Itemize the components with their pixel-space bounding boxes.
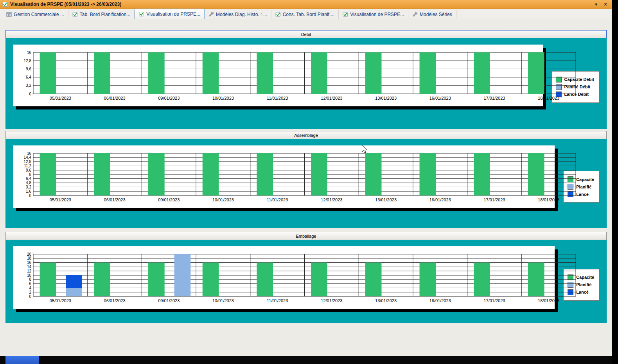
svg-text:14,4: 14,4: [24, 155, 32, 160]
svg-text:11/01/2023: 11/01/2023: [267, 298, 288, 303]
app-grid-icon: [6, 12, 12, 17]
panel-body-emballage: 0246810121416182005/01/202306/01/202309/…: [5, 240, 607, 323]
svg-text:18/01/2023: 18/01/2023: [538, 96, 559, 100]
wrench-icon: [208, 12, 214, 17]
svg-text:9,6: 9,6: [26, 67, 31, 71]
svg-text:18: 18: [27, 256, 32, 260]
svg-text:16: 16: [27, 151, 32, 156]
tab-label: Modèles Séries: [420, 12, 452, 17]
bottom-strip: [0, 356, 612, 364]
panel-body-assemblage: 01,63,24,86,489,611,212,814,41605/01/202…: [5, 139, 607, 228]
svg-text:12/01/2023: 12/01/2023: [321, 197, 342, 202]
svg-text:13/01/2023: 13/01/2023: [375, 96, 397, 100]
svg-text:12,8: 12,8: [24, 59, 32, 63]
tab-label: Modèles Diag. Histo. : ...: [216, 12, 267, 17]
svg-text:8: 8: [29, 172, 31, 177]
tab-6[interactable]: Modèles Séries: [408, 10, 456, 19]
svg-text:17/01/2023: 17/01/2023: [483, 298, 505, 303]
svg-text:3,2: 3,2: [26, 185, 31, 189]
tab-label: Cons. Tab. Bord Planif....: [283, 12, 335, 17]
tab-2[interactable]: Visualisation de PRSPE...: [135, 9, 205, 19]
panel-debit: Debit 03,26,49,612,81605/01/202306/01/20…: [5, 30, 607, 129]
svg-text:6,4: 6,4: [26, 75, 31, 79]
svg-text:12,8: 12,8: [24, 160, 32, 164]
svg-text:0: 0: [29, 92, 31, 96]
panel-assemblage: Assemblage 01,63,24,86,489,611,212,814,4…: [5, 131, 607, 228]
svg-text:8: 8: [29, 277, 31, 282]
svg-text:13/01/2023: 13/01/2023: [375, 298, 397, 303]
panel-body-debit: 03,26,49,612,81605/01/202306/01/202309/0…: [5, 38, 607, 129]
window-title: Visualisation de PRSPE (05/01/2023 -> 26…: [10, 2, 590, 7]
green-check-icon: [139, 11, 144, 17]
svg-text:10/01/2023: 10/01/2023: [212, 197, 234, 202]
svg-text:9,6: 9,6: [26, 168, 31, 172]
green-check-icon: [275, 12, 281, 17]
svg-text:05/01/2023: 05/01/2023: [50, 197, 71, 202]
svg-text:11,2: 11,2: [24, 164, 31, 168]
app-icon: [2, 2, 8, 7]
tab-label: Visualisation de PRSPE...: [350, 12, 404, 17]
green-check-icon: [343, 12, 348, 17]
svg-text:0: 0: [29, 194, 31, 198]
svg-text:0: 0: [29, 294, 31, 299]
title-bar[interactable]: Visualisation de PRSPE (05/01/2023 -> 26…: [0, 0, 612, 9]
tab-3[interactable]: Modèles Diag. Histo. : ...: [205, 10, 271, 19]
bottom-blue-panel[interactable]: [5, 356, 39, 364]
svg-text:18/01/2023: 18/01/2023: [538, 298, 559, 303]
tab-label: Tab. Bord Planification...: [80, 12, 130, 17]
svg-text:12/01/2023: 12/01/2023: [321, 298, 342, 303]
svg-text:16/01/2023: 16/01/2023: [429, 197, 451, 202]
svg-text:11/01/2023: 11/01/2023: [267, 197, 288, 202]
green-check-icon: [72, 12, 78, 17]
svg-text:10: 10: [27, 273, 32, 278]
minimize-button[interactable]: ▾: [593, 0, 600, 8]
svg-text:16/01/2023: 16/01/2023: [429, 96, 451, 100]
svg-text:09/01/2023: 09/01/2023: [158, 298, 180, 303]
svg-text:16/01/2023: 16/01/2023: [429, 298, 451, 303]
svg-text:10/01/2023: 10/01/2023: [212, 298, 234, 303]
tab-5[interactable]: Visualisation de PRSPE...: [339, 10, 408, 19]
svg-text:06/01/2023: 06/01/2023: [104, 96, 126, 100]
svg-text:09/01/2023: 09/01/2023: [158, 197, 180, 202]
panel-emballage: Emballage 0246810121416182005/01/202306/…: [5, 232, 607, 323]
svg-text:20: 20: [27, 252, 32, 256]
svg-text:05/01/2023: 05/01/2023: [50, 298, 71, 303]
emballage-chart-wrap: 0246810121416182005/01/202306/01/202309/…: [13, 246, 555, 309]
svg-text:06/01/2023: 06/01/2023: [104, 298, 126, 303]
svg-text:17/01/2023: 17/01/2023: [483, 96, 505, 100]
tab-0[interactable]: Gestion Commerciale ...: [2, 10, 68, 19]
svg-text:6,4: 6,4: [26, 176, 31, 181]
svg-text:05/01/2023: 05/01/2023: [50, 96, 71, 100]
tab-4[interactable]: Cons. Tab. Bord Planif....: [271, 10, 339, 19]
svg-text:16: 16: [27, 50, 32, 55]
svg-text:2: 2: [29, 290, 31, 294]
debit-chart[interactable]: 03,26,49,612,81605/01/202306/01/202309/0…: [13, 45, 543, 106]
panel-header-emballage: Emballage: [5, 232, 607, 240]
emballage-chart[interactable]: 0246810121416182005/01/202306/01/202309/…: [13, 246, 555, 309]
svg-text:6: 6: [29, 282, 31, 286]
svg-text:12/01/2023: 12/01/2023: [321, 96, 342, 100]
svg-text:11/01/2023: 11/01/2023: [267, 96, 288, 100]
svg-text:3,2: 3,2: [26, 83, 31, 88]
assemblage-chart[interactable]: 01,63,24,86,489,611,212,814,41605/01/202…: [13, 145, 555, 208]
main-content: Debit 03,26,49,612,81605/01/202306/01/20…: [0, 19, 612, 356]
svg-text:4,8: 4,8: [26, 181, 31, 185]
svg-text:16: 16: [27, 260, 32, 265]
svg-text:4: 4: [29, 286, 31, 290]
tab-bar: Gestion Commerciale ...Tab. Bord Planifi…: [0, 9, 612, 19]
svg-text:17/01/2023: 17/01/2023: [483, 197, 505, 202]
svg-text:14: 14: [27, 265, 32, 269]
tab-label: Gestion Commerciale ...: [14, 12, 64, 17]
svg-text:1,6: 1,6: [26, 189, 31, 194]
app-window: Visualisation de PRSPE (05/01/2023 -> 26…: [0, 0, 612, 360]
tab-1[interactable]: Tab. Bord Planification...: [68, 10, 135, 19]
assemblage-chart-wrap: 01,63,24,86,489,611,212,814,41605/01/202…: [13, 145, 555, 208]
svg-text:13/01/2023: 13/01/2023: [375, 197, 397, 202]
tab-label: Visualisation de PRSPE...: [146, 11, 200, 17]
svg-text:10/01/2023: 10/01/2023: [212, 96, 234, 100]
close-button[interactable]: ✕: [602, 0, 609, 8]
panel-header-debit: Debit: [5, 30, 607, 38]
svg-text:12: 12: [27, 269, 32, 273]
wrench-icon: [412, 12, 418, 17]
svg-text:09/01/2023: 09/01/2023: [158, 96, 180, 100]
